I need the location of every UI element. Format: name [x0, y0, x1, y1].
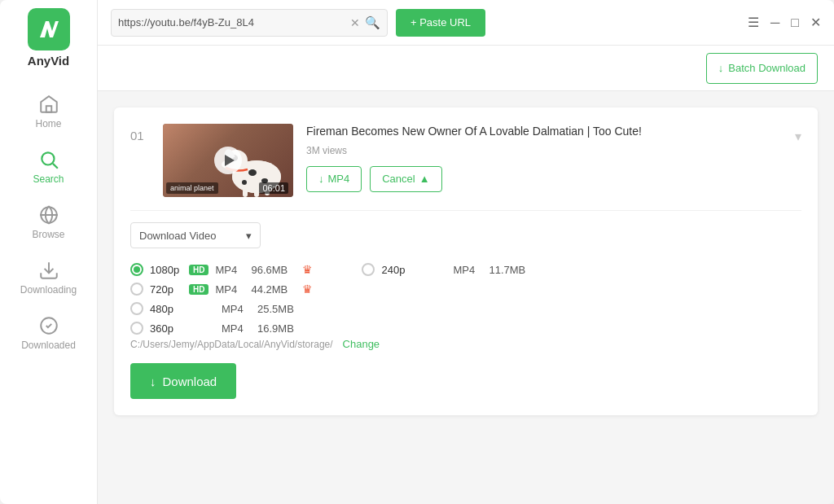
maximize-icon[interactable]: □: [791, 15, 799, 30]
hd-badge-720p: HD: [189, 284, 208, 295]
sidebar-item-home[interactable]: Home: [0, 84, 97, 139]
download-icon: ↓: [318, 173, 324, 185]
download-type-label: Download Video: [139, 230, 216, 242]
quality-res-1080p: 1080p: [150, 264, 182, 276]
paste-url-button[interactable]: + Paste URL: [396, 9, 485, 37]
quality-format-1080p: MP4: [215, 264, 244, 276]
radio-1080p[interactable]: [130, 263, 143, 276]
download-btn-label: Download: [163, 375, 217, 388]
sidebar-item-browse-label: Browse: [32, 229, 64, 240]
crown-icon-720p: ♛: [302, 283, 313, 296]
quality-row-480p[interactable]: 480p MP4 25.5MB: [130, 299, 313, 318]
svg-rect-18: [254, 189, 259, 197]
hd-badge-1080p: HD: [189, 265, 208, 275]
download-options-panel: Download Video ▾ 1080p HD MP4 96.6MB ♛: [130, 210, 801, 399]
close-icon[interactable]: ✕: [810, 15, 821, 30]
quality-size-480p: 25.5MB: [257, 303, 302, 315]
quality-col-left: 1080p HD MP4 96.6MB ♛ 720p HD MP4: [130, 260, 313, 338]
quality-col-right: 240p MP4 11.7MB: [362, 260, 533, 338]
download-btn-icon: ↓: [150, 375, 156, 388]
video-info: Fireman Becomes New Owner Of A Lovable D…: [306, 124, 782, 192]
url-bar: https://youtu.be/f4yB-Zu_8L4 ✕ 🔍: [111, 9, 388, 37]
source-badge: animal planet: [166, 182, 218, 194]
quality-row-360p[interactable]: 360p MP4 16.9MB: [130, 318, 313, 338]
svg-rect-0: [46, 106, 51, 112]
url-search-icon[interactable]: 🔍: [365, 15, 380, 30]
batch-download-icon: ↓: [718, 62, 724, 74]
svg-rect-17: [243, 189, 248, 197]
mp4-label: MP4: [328, 173, 350, 185]
quality-res-480p: 480p: [150, 303, 182, 315]
menu-icon[interactable]: ☰: [748, 15, 759, 30]
quality-format-720p: MP4: [215, 283, 244, 296]
url-text: https://youtu.be/f4yB-Zu_8L4: [118, 16, 345, 28]
quality-res-720p: 720p: [150, 283, 182, 296]
save-path-text: C:/Users/Jemy/AppData/Local/AnyVid/stora…: [130, 339, 333, 350]
video-title: Fireman Becomes New Owner Of A Lovable D…: [306, 124, 782, 140]
sidebar-item-browse[interactable]: Browse: [0, 195, 97, 250]
video-views: 3M views: [306, 145, 782, 156]
svg-point-8: [248, 169, 257, 176]
quality-size-1080p: 96.6MB: [251, 264, 296, 276]
quality-format-240p: MP4: [453, 264, 482, 276]
quality-format-360p: MP4: [222, 322, 251, 335]
batch-download-label: Batch Download: [728, 62, 805, 74]
video-number: 01: [130, 124, 150, 142]
logo-area: AnyVid: [28, 8, 70, 68]
minimize-icon[interactable]: ─: [770, 15, 779, 30]
sidebar-item-search-label: Search: [33, 173, 64, 185]
expand-icon[interactable]: ▾: [795, 124, 801, 144]
radio-480p[interactable]: [130, 302, 143, 315]
sidebar-item-home-label: Home: [35, 118, 61, 129]
save-path-row: C:/Users/Jemy/AppData/Local/AnyVid/stora…: [130, 338, 801, 350]
sidebar-item-search[interactable]: Search: [0, 139, 97, 195]
sidebar-item-downloading[interactable]: Downloading: [0, 250, 97, 305]
chevron-up-icon: ▲: [419, 173, 430, 185]
quality-size-720p: 44.2MB: [251, 283, 296, 296]
main-area: https://youtu.be/f4yB-Zu_8L4 ✕ 🔍 + Paste…: [98, 0, 834, 504]
quality-grid: 1080p HD MP4 96.6MB ♛ 720p HD MP4: [130, 260, 801, 338]
content-area: 01: [98, 91, 834, 504]
quality-res-240p: 240p: [381, 264, 414, 276]
video-card: 01: [114, 107, 818, 415]
quality-size-240p: 11.7MB: [489, 264, 533, 276]
svg-point-10: [242, 180, 247, 185]
video-header: 01: [130, 124, 801, 197]
video-actions: ↓ MP4 Cancel ▲: [306, 166, 782, 192]
cancel-button[interactable]: Cancel ▲: [370, 166, 441, 192]
top-bar: ↓ Batch Download: [98, 46, 834, 91]
batch-download-button[interactable]: ↓ Batch Download: [706, 53, 818, 84]
sidebar-item-downloaded-label: Downloaded: [21, 340, 76, 351]
mp4-button[interactable]: ↓ MP4: [306, 166, 362, 192]
sidebar-item-downloaded[interactable]: Downloaded: [0, 305, 97, 361]
dropdown-arrow-icon: ▾: [246, 230, 252, 242]
svg-line-2: [52, 164, 57, 169]
window-controls: ☰ ─ □ ✕: [748, 15, 821, 30]
app-logo: [28, 8, 70, 50]
quality-row-240p[interactable]: 240p MP4 11.7MB: [362, 260, 533, 279]
download-button[interactable]: ↓ Download: [130, 363, 236, 399]
sidebar: AnyVid Home Search Browse Downloading: [0, 0, 98, 504]
quality-res-360p: 360p: [150, 322, 182, 335]
video-duration: 06:01: [259, 182, 288, 194]
svg-point-1: [42, 152, 54, 164]
change-path-button[interactable]: Change: [343, 338, 380, 350]
quality-row-1080p[interactable]: 1080p HD MP4 96.6MB ♛: [130, 260, 313, 279]
radio-360p[interactable]: [130, 322, 143, 335]
quality-size-360p: 16.9MB: [257, 322, 302, 335]
download-type-dropdown[interactable]: Download Video ▾: [130, 222, 261, 248]
cancel-label: Cancel: [382, 173, 415, 185]
crown-icon-1080p: ♛: [302, 263, 313, 276]
app-name: AnyVid: [28, 54, 69, 68]
quality-row-720p[interactable]: 720p HD MP4 44.2MB ♛: [130, 279, 313, 299]
video-thumbnail: animal planet 06:01: [163, 124, 293, 197]
url-clear-icon[interactable]: ✕: [350, 16, 360, 29]
radio-720p[interactable]: [130, 283, 143, 296]
sidebar-item-downloading-label: Downloading: [20, 284, 77, 296]
radio-240p[interactable]: [362, 263, 375, 276]
titlebar: https://youtu.be/f4yB-Zu_8L4 ✕ 🔍 + Paste…: [98, 0, 834, 46]
quality-format-480p: MP4: [222, 303, 251, 315]
